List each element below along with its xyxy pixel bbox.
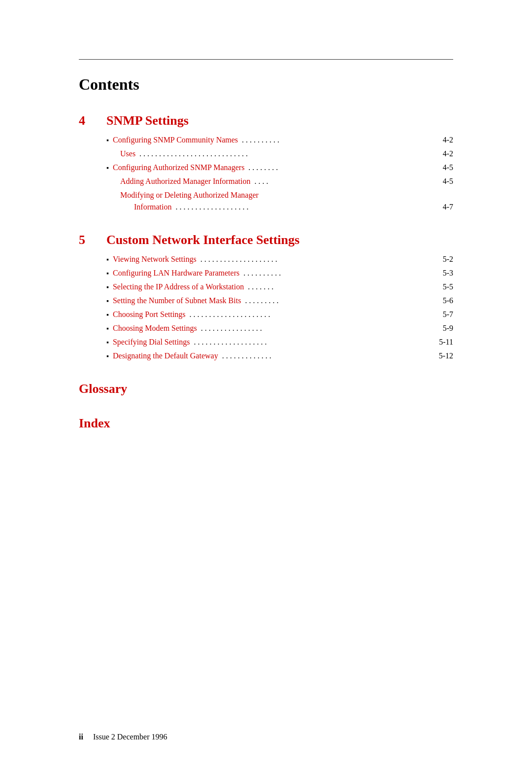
toc-page: 4-5 (443, 162, 453, 174)
toc-page: 5-6 (443, 295, 453, 307)
chapter-4-number: 4 (79, 113, 93, 128)
bullet-icon: ▪ (106, 323, 109, 334)
toc-label: Viewing Network Settings (113, 253, 197, 265)
toc-label: Configuring LAN Hardware Parameters (113, 267, 239, 279)
page-title: Contents (79, 75, 453, 94)
toc-page: 5-2 (443, 253, 453, 265)
toc-label: Adding Authorized Manager Information (120, 175, 250, 187)
toc-label: Setting the Number of Subnet Mask Bits (113, 295, 241, 307)
bullet-icon: ▪ (106, 135, 109, 145)
bullet-icon: ▪ (106, 254, 109, 265)
toc-label: Modifying or Deleting Authorized Manager (120, 189, 259, 201)
toc-dots: . . . . . . . . . . (239, 267, 442, 279)
toc-dots: . . . . . . . . . . . . . (218, 350, 439, 362)
toc-entry-auth-managers: ▪ Configuring Authorized SNMP Managers .… (106, 162, 453, 174)
toc-entry-default-gateway: ▪ Designating the Default Gateway . . . … (106, 350, 453, 362)
toc-label: Configuring Authorized SNMP Managers (113, 162, 244, 174)
toc-dots: . . . . . . . . . (241, 295, 442, 307)
chapter-4-entries: ▪ Configuring SNMP Community Names . . .… (106, 134, 453, 213)
chapter-4-section: 4 SNMP Settings ▪ Configuring SNMP Commu… (79, 113, 453, 213)
chapter-5-number: 5 (79, 233, 93, 247)
glossary-section: Glossary (79, 382, 453, 396)
bullet-icon: ▪ (106, 310, 109, 320)
toc-entry-dial-settings: ▪ Specifying Dial Settings . . . . . . .… (106, 336, 453, 348)
bullet-icon: ▪ (106, 282, 109, 292)
toc-dots: . . . . . . . . . . (238, 134, 443, 146)
toc-entry-lan-hardware: ▪ Configuring LAN Hardware Parameters . … (106, 267, 453, 279)
toc-page: 4-2 (443, 134, 453, 146)
toc-label: Information (134, 201, 171, 213)
chapter-5-entries: ▪ Viewing Network Settings . . . . . . .… (106, 253, 453, 362)
bullet-icon: ▪ (106, 163, 109, 173)
page: Contents 4 SNMP Settings ▪ Configuring S… (0, 0, 532, 771)
index-section: Index (79, 416, 453, 431)
toc-entry-ip-address: ▪ Selecting the IP Address of a Workstat… (106, 281, 453, 293)
toc-entry-modem-settings: ▪ Choosing Modem Settings . . . . . . . … (106, 322, 453, 334)
toc-label: Selecting the IP Address of a Workstatio… (113, 281, 244, 293)
toc-dots: . . . . . . . . . . . . . . . . . . . . (197, 253, 443, 265)
index-title: Index (79, 416, 453, 431)
glossary-title: Glossary (79, 382, 453, 396)
toc-entry-add-manager: Adding Authorized Manager Information . … (120, 175, 453, 187)
toc-entry-snmp-community: ▪ Configuring SNMP Community Names . . .… (106, 134, 453, 146)
toc-page: 4-7 (443, 201, 453, 213)
bullet-icon: ▪ (106, 296, 109, 306)
footer: ii Issue 2 December 1996 (79, 733, 453, 741)
chapter-4-title: SNMP Settings (106, 113, 189, 128)
bullet-icon: ▪ (106, 337, 109, 348)
toc-dots: . . . . . . . . . . . . . . . . . . . (190, 336, 439, 348)
toc-page: 5-12 (439, 350, 453, 362)
toc-entry-view-network: ▪ Viewing Network Settings . . . . . . .… (106, 253, 453, 265)
toc-label: Specifying Dial Settings (113, 336, 190, 348)
toc-dots: . . . . . . . . . . . . . . . . . . . (171, 201, 442, 213)
chapter-4-header: 4 SNMP Settings (79, 113, 453, 128)
toc-entry-mod-manager: Modifying or Deleting Authorized Manager… (120, 189, 453, 213)
toc-label: Choosing Modem Settings (113, 322, 197, 334)
toc-label: Choosing Port Settings (113, 309, 186, 320)
toc-page: 4-2 (443, 148, 453, 160)
toc-page: 5-9 (443, 322, 453, 334)
toc-entry-port-settings: ▪ Choosing Port Settings . . . . . . . .… (106, 309, 453, 320)
chapter-5-header: 5 Custom Network Interface Settings (79, 233, 453, 247)
toc-page: 4-5 (443, 175, 453, 187)
toc-page: 5-7 (443, 309, 453, 320)
bullet-icon: ▪ (106, 351, 109, 361)
toc-dots: . . . . (250, 175, 442, 187)
footer-issue-info: Issue 2 December 1996 (93, 733, 167, 741)
toc-entry-subnet-mask: ▪ Setting the Number of Subnet Mask Bits… (106, 295, 453, 307)
toc-dots: . . . . . . . . . . . . . . . . . . . . … (186, 309, 443, 320)
toc-dots: . . . . . . . . (244, 162, 442, 174)
chapter-5-section: 5 Custom Network Interface Settings ▪ Vi… (79, 233, 453, 362)
toc-dots: . . . . . . . . . . . . . . . . (197, 322, 443, 334)
toc-page: 5-3 (443, 267, 453, 279)
top-rule (79, 59, 453, 60)
toc-page: 5-11 (439, 336, 453, 348)
toc-label: Designating the Default Gateway (113, 350, 218, 362)
toc-dots: . . . . . . . . . . . . . . . . . . . . … (135, 148, 443, 160)
toc-entry-uses: Uses . . . . . . . . . . . . . . . . . .… (120, 148, 453, 160)
toc-page: 5-5 (443, 281, 453, 293)
bullet-icon: ▪ (106, 268, 109, 279)
toc-label: Configuring SNMP Community Names (113, 134, 238, 146)
footer-page-number: ii (79, 733, 83, 741)
toc-label: Uses (120, 148, 135, 160)
chapter-5-title: Custom Network Interface Settings (106, 233, 299, 247)
toc-dots: . . . . . . . (244, 281, 442, 293)
